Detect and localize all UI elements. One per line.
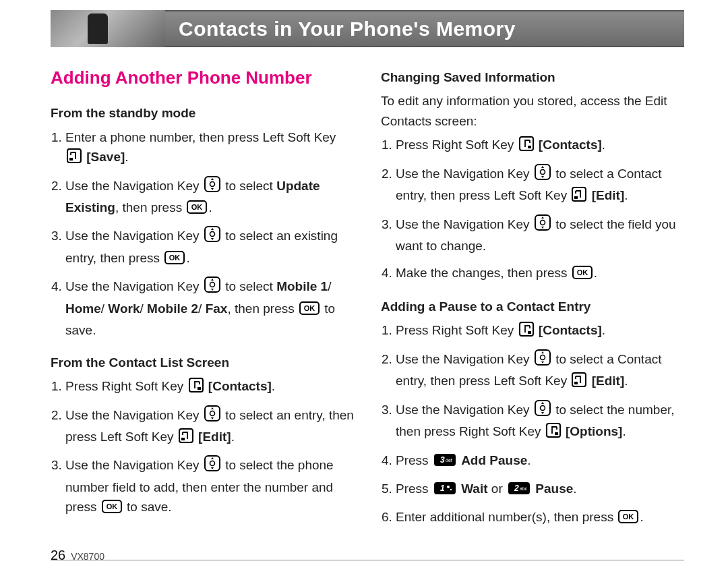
- list-item: Use the Navigation Key to select the num…: [396, 400, 684, 444]
- right-softkey-icon: [546, 423, 561, 443]
- ok-key-icon: [618, 509, 638, 529]
- footer: 26 VX8700: [51, 548, 104, 563]
- list-item: Make the changes, then press .: [396, 263, 684, 285]
- svg-rect-8: [434, 454, 456, 466]
- ok-key-icon: [299, 301, 320, 320]
- svg-rect-11: [434, 482, 456, 494]
- list-item: Use the Navigation Key to select Update …: [65, 176, 354, 220]
- banner-photo: [51, 10, 165, 47]
- left-softkey-icon: [572, 187, 586, 207]
- list-item: Press 3def Add Pause.: [396, 450, 684, 472]
- key-3-icon: 3def: [433, 453, 456, 472]
- svg-text:3: 3: [440, 455, 445, 465]
- list-item: Press Right Soft Key [Contacts].: [396, 320, 684, 342]
- ok-key-icon: [102, 499, 122, 519]
- left-column: Adding Another Phone Number From the sta…: [51, 47, 354, 536]
- banner: Contacts in Your Phone's Memory: [51, 10, 684, 47]
- navigation-key-icon: [535, 349, 551, 371]
- navigation-key-icon: [204, 277, 220, 298]
- svg-point-13: [447, 486, 450, 488]
- navigation-key-icon: [535, 214, 551, 236]
- left-softkey-icon: [572, 372, 586, 392]
- sub-standby: From the standby mode: [51, 103, 354, 123]
- list-item: Use the Navigation Key to select a Conta…: [396, 164, 684, 208]
- section-title: Adding Another Phone Number: [51, 64, 354, 91]
- changing-steps: Press Right Soft Key [Contacts]. Use the…: [381, 135, 684, 285]
- page-number: 26: [51, 548, 65, 562]
- sub-contactlist: From the Contact List Screen: [51, 353, 354, 372]
- list-item: Use the Navigation Key to select a Conta…: [396, 349, 684, 393]
- pause-steps: Press Right Soft Key [Contacts]. Use the…: [381, 320, 684, 529]
- list-item: Press 1 Wait or 2abc Pause.: [396, 479, 684, 500]
- list-item: Enter a phone number, then press Left So…: [65, 127, 354, 169]
- left-softkey-icon: [67, 148, 82, 169]
- right-softkey-icon: [519, 322, 534, 342]
- list-item: Use the Navigation Key to select an exis…: [65, 226, 354, 270]
- sub-changing: Changing Saved Information: [381, 67, 684, 87]
- contactlist-steps: Press Right Soft Key [Contacts]. Use the…: [51, 376, 354, 519]
- model-name: VX8700: [71, 551, 104, 562]
- ok-key-icon: [572, 265, 593, 285]
- sub-pause: Adding a Pause to a Contact Entry: [381, 297, 684, 316]
- list-item: Use the Navigation Key to select an entr…: [65, 405, 354, 449]
- svg-text:abc: abc: [520, 486, 528, 491]
- list-item: Use the Navigation Key to select Mobile …: [65, 277, 354, 340]
- footer-rule: [51, 560, 684, 560]
- navigation-key-icon: [535, 164, 551, 185]
- intro-text: To edit any information you stored, acce…: [381, 91, 684, 131]
- navigation-key-icon: [535, 400, 551, 421]
- right-softkey-icon: [189, 378, 204, 398]
- banner-title-bar: Contacts in Your Phone's Memory: [165, 10, 684, 47]
- list-item: Use the Navigation Key to select the pho…: [65, 455, 354, 519]
- svg-text:2: 2: [514, 484, 519, 493]
- ok-key-icon: [164, 250, 185, 270]
- key-2-icon: 2abc: [508, 481, 530, 500]
- list-item: Press Right Soft Key [Contacts].: [396, 135, 684, 156]
- standby-steps: Enter a phone number, then press Left So…: [51, 127, 354, 341]
- svg-point-14: [450, 489, 452, 490]
- list-item: Enter additional number(s), then press .: [396, 507, 684, 529]
- navigation-key-icon: [204, 455, 220, 477]
- left-softkey-icon: [179, 428, 193, 448]
- svg-text:def: def: [446, 458, 452, 463]
- banner-title: Contacts in Your Phone's Memory: [179, 18, 516, 40]
- svg-text:1: 1: [440, 484, 445, 493]
- right-softkey-icon: [519, 136, 534, 156]
- list-item: Press Right Soft Key [Contacts].: [65, 376, 354, 398]
- key-1-icon: 1: [433, 481, 456, 500]
- navigation-key-icon: [204, 176, 220, 198]
- right-column: Changing Saved Information To edit any i…: [381, 47, 684, 536]
- ok-key-icon: [187, 200, 207, 219]
- navigation-key-icon: [204, 405, 220, 427]
- list-item: Use the Navigation Key to select the fie…: [396, 214, 684, 256]
- navigation-key-icon: [204, 226, 220, 248]
